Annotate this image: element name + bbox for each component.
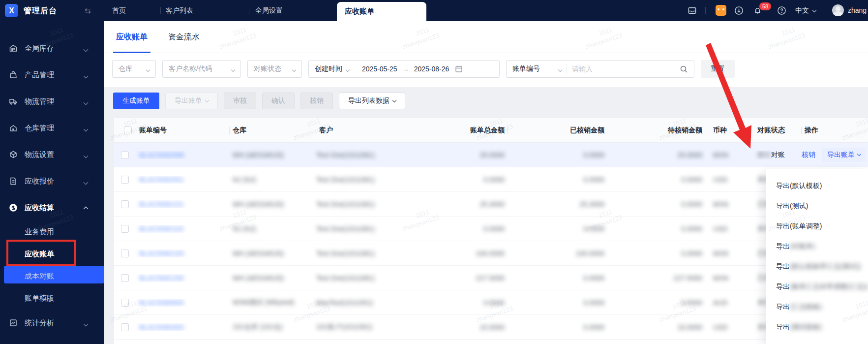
row-checkbox[interactable] [121,250,129,257]
export-list-button[interactable]: 导出列表数据 [339,93,405,109]
cell-currency: MXN [705,274,748,282]
sidebar-item-logistics-management[interactable]: 物流管理 [0,88,104,115]
row-checkbox[interactable] [121,299,129,307]
cell-total: 227.5000 [402,274,508,282]
menu-item-export-test[interactable]: 导出(测试) [766,196,868,216]
user-avatar[interactable] [832,4,844,16]
sidebar-item-receivable-settlement[interactable]: 应收结算 [0,194,104,221]
bill-number-link[interactable]: BLAC5082101 [139,200,184,208]
cell-customer: 101客户(1011061) [316,323,402,332]
col-reconcile-status: 对账状态 [748,126,802,135]
row-write-off-link[interactable]: 核销 [802,151,815,158]
generate-bill-button[interactable]: 生成账单 [113,93,159,109]
row-checkbox[interactable] [121,176,129,184]
export-bill-button[interactable]: 导出账单 [165,93,218,109]
row-checkbox[interactable] [121,225,129,233]
confirm-button[interactable]: 确认 [262,93,295,109]
bill-number-link[interactable]: BLAC5082501 [139,176,184,184]
search-icon[interactable] [680,65,688,73]
cell-settled: 0.0000 [508,225,607,233]
sidebar-item-warehouse-management[interactable]: 仓库管理 [0,115,104,141]
cell-warehouse: WSM测试 (Wliyeed) [230,298,316,307]
sidebar-item-product-management[interactable]: 产品管理 [0,62,104,88]
menu-item-export-6[interactable]: 导出(账单汇总未带调整(汇总)) [766,277,868,297]
search-input[interactable] [572,65,680,73]
date-end-value[interactable]: 2025-08-26 [414,65,449,73]
tab-fund-flow[interactable]: 资金流水 [163,21,205,53]
nav-divider [160,7,161,14]
date-start-value[interactable]: 2025-05-25 [362,65,397,73]
robot-assistant-icon[interactable] [716,5,726,16]
menu-item-export-5[interactable]: 导出(默认模板带汇总(测试)) [766,256,868,277]
row-checkbox[interactable] [121,151,129,159]
nav-divider [249,7,249,14]
sidebar-subitem-receivable-bill[interactable]: 应收账单 [0,243,104,265]
menu-item-export-bill-adjustment[interactable]: 导出(账单调整) [766,216,868,236]
cell-pending: 0.0000 [607,176,705,184]
nav-customer-list[interactable]: 客户列表 [166,6,193,15]
bill-number-link[interactable]: BLAC5082100 [139,250,184,257]
menu-item-export-7[interactable]: 导出(汇总模板) [766,297,868,317]
bill-number-link[interactable]: BLAC5082568 [139,151,184,159]
sidebar: 全局库存 产品管理 物流管理 仓库管理 物流设置 应收报价 应收结算 业务费用 … [0,21,104,344]
bill-number-link[interactable]: BLAC5080400 [139,323,184,331]
app-title: 管理后台 [24,6,57,16]
calendar-icon[interactable] [455,65,463,73]
row-checkbox[interactable] [121,323,129,331]
reset-button[interactable]: 重置 [701,60,735,78]
cell-status: 部分对账 [748,151,802,159]
filter-bar: 仓库 客户名称/代码 对账状态 创建时间 2025-05-25 → 2025-0… [104,60,868,78]
sidebar-item-statistics[interactable]: 统计分析 [0,310,104,336]
row-checkbox[interactable] [121,274,129,282]
menu-item-export-4[interactable]: 导出(对账单) [766,236,868,256]
main-content: 应收账单 资金流水 仓库 客户名称/代码 对账状态 创建时间 2025-05-2… [104,21,868,344]
dollar-circle-icon [9,203,18,212]
sidebar-item-global-inventory[interactable]: 全局库存 [0,35,104,62]
row-checkbox[interactable] [121,200,129,208]
sidebar-collapse-icon[interactable]: ⇆ [85,6,91,15]
help-icon[interactable] [777,6,786,15]
warehouse-filter-select[interactable]: 仓库 [112,60,156,78]
sidebar-subitem-cost-reconciliation[interactable]: 成本对账 [0,265,104,287]
cell-customer: Test One(1011081) [316,225,402,233]
sidebar-item-logistics-settings[interactable]: 物流设置 [0,141,104,168]
menu-item-export-8[interactable]: 导出(测试模板) [766,317,868,337]
cell-settled: 100.0000 [508,250,607,257]
sidebar-item-receivable-quote[interactable]: 应收报价 [0,168,104,194]
cell-customer: Test One(1011081) [316,274,402,282]
row-export-bill-dropdown[interactable]: 导出账单 [822,148,866,162]
table-row: BLAC5082100 WH (AES345JS) Test One(10110… [114,241,868,266]
cell-total: 0.0000 [402,225,508,233]
nav-home[interactable]: 首页 [112,6,126,15]
select-all-checkbox[interactable] [124,126,132,134]
menu-item-export-default-template[interactable]: 导出(默认模板) [766,176,868,196]
date-range-arrow: → [402,65,409,73]
cell-total: 25.3000 [402,200,508,208]
nav-global-settings[interactable]: 全局设置 [255,6,283,15]
reconcile-status-filter-select[interactable]: 对账状态 [247,60,302,78]
topbar: X 管理后台 ⇆ 首页 客户列表 全局设置 应收账单 58 中文 zhang [0,0,868,21]
write-off-button[interactable]: 核销 [300,93,333,109]
customer-filter-select[interactable]: 客户名称/代码 [162,60,241,78]
cell-settled: 0.0000 [508,151,607,159]
download-icon[interactable] [734,6,744,15]
date-range-filter[interactable]: 创建时间 2025-05-25 → 2025-08-26 [308,60,500,78]
cell-currency: MXN [705,200,748,208]
mail-icon[interactable] [688,6,697,15]
table-row: BLAC5080605 WSM测试 (Wliyeed) MaoTest(1011… [114,290,868,315]
cell-customer: MaoTest(1011051) [316,299,402,307]
cell-currency: USD [705,225,748,233]
col-actions: 操作 [802,126,868,135]
bill-number-link[interactable]: BLAC5080605 [139,299,184,307]
sidebar-subitem-business-fees[interactable]: 业务费用 [0,221,104,243]
language-switcher[interactable]: 中文 [795,6,816,15]
bill-number-link[interactable]: BLAC5082102 [139,225,184,233]
bill-number-select[interactable]: 账单编号 [512,64,540,73]
bill-number-link[interactable]: BLAC5081200 [139,274,184,282]
cell-settled: 0.0000 [508,176,607,184]
tab-receivable-bill[interactable]: 应收账单 [111,21,152,53]
col-customer: 客户 [316,126,402,135]
sidebar-subitem-bill-template[interactable]: 账单模版 [0,287,104,310]
tab-receivable-bill-active[interactable]: 应收账单 [337,2,426,21]
audit-button[interactable]: 审核 [224,93,256,109]
